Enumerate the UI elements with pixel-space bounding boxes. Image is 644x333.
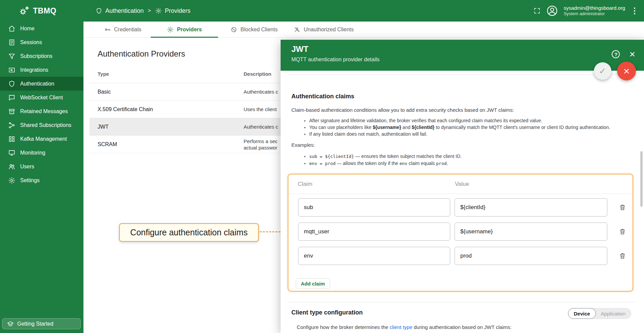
home-icon [8, 25, 15, 32]
breadcrumb-authentication[interactable]: Authentication [96, 7, 144, 14]
provider-type: SCRAM [90, 141, 244, 147]
school-icon [7, 321, 14, 327]
sidebar-item-sessions[interactable]: Sessions [0, 35, 83, 49]
claim-value-input[interactable] [455, 223, 607, 241]
provider-description-line: Performs a sec [244, 138, 281, 144]
sidebar-item-home[interactable]: Home [0, 22, 83, 35]
sidebar-item-shared-subscriptions[interactable]: Shared Subscriptions [0, 118, 83, 132]
provider-description: Uses the client [244, 106, 281, 112]
fullscreen-icon [533, 7, 541, 14]
add-claim-button[interactable]: Add claim [296, 278, 330, 289]
sidebar-item-retained-messages[interactable]: Retained Messages [0, 104, 83, 118]
shield-icon [8, 80, 15, 88]
shield-icon [96, 7, 102, 14]
user-info: sysadmin@thingsboard.org System administ… [564, 5, 625, 17]
sidebar-item-label: Subscriptions [20, 53, 52, 59]
claims-bullet: If any listed claim does not match, auth… [309, 131, 610, 137]
example-item: env = prod — allows the token only if th… [309, 160, 462, 167]
sidebar-item-users[interactable]: Users [0, 160, 83, 173]
claims-table-panel: Claim Value [288, 174, 633, 292]
claims-intro-text: Claim-based authentication conditions al… [291, 107, 514, 113]
toggle-option-device[interactable]: Device [568, 308, 596, 319]
tab-credentials[interactable]: Credentials [95, 22, 151, 37]
share-icon [8, 122, 15, 129]
delete-claim-button[interactable] [616, 249, 629, 263]
examples-list: sub = ${clientId} — ensures the token su… [302, 153, 462, 167]
sidebar-nav: Home Sessions Subscriptions Integrations… [0, 22, 83, 187]
claim-name-input[interactable] [298, 198, 450, 217]
delete-claim-button[interactable] [616, 201, 629, 214]
check-icon: ✓ [599, 66, 606, 76]
drawer-scrollbar-thumb[interactable] [640, 151, 643, 207]
claim-name-input[interactable] [298, 247, 450, 265]
claims-bullet: After signature and lifetime validation,… [309, 117, 610, 124]
page-title: Authentication Providers [98, 49, 185, 59]
trash-icon [619, 204, 626, 211]
top-header: Authentication > Providers sysadmin@thin… [83, 0, 644, 22]
table-row-x509[interactable]: X.509 Certificate Chain Uses the client [90, 101, 281, 118]
sidebar-item-websocket-client[interactable]: WebSocket Client [0, 91, 83, 104]
provider-type: X.509 Certificate Chain [90, 106, 244, 112]
value-column-header: Value [455, 181, 469, 188]
chat-icon [8, 94, 15, 101]
archive-icon [8, 108, 15, 115]
discard-fab[interactable]: × [617, 62, 636, 80]
tbmq-logo[interactable]: TBMQ [0, 0, 83, 22]
column-header-type: Type [90, 71, 244, 77]
claim-row [298, 223, 629, 241]
close-drawer-button[interactable]: × [629, 49, 635, 59]
callout-text: Configure authentication claims [130, 228, 248, 237]
client-type-link[interactable]: client type [390, 324, 413, 330]
fullscreen-button[interactable] [533, 7, 541, 14]
tab-blocked-clients[interactable]: Blocked Clients [218, 22, 290, 37]
sidebar-item-settings[interactable]: Settings [0, 173, 83, 187]
callout-configure-claims: Configure authentication claims [119, 223, 259, 242]
table-row-scram[interactable]: SCRAM Performs a sec actual passwor [90, 136, 281, 153]
sidebar-item-label: Kafka Management [20, 136, 67, 142]
topbar-actions: sysadmin@thingsboard.org System administ… [533, 5, 639, 17]
table-row-jwt[interactable]: JWT Authenticates c [90, 118, 281, 136]
tab-providers[interactable]: Providers [151, 22, 218, 37]
provider-type: JWT [90, 124, 244, 130]
tabs-bar: Credentials Providers Blocked Clients Un… [83, 22, 644, 38]
column-header-description: Description [244, 71, 281, 77]
table-row-basic[interactable]: Basic Authenticates c [90, 83, 281, 101]
getting-started-button[interactable]: Getting Started [2, 318, 81, 329]
breadcrumb-label: Providers [165, 7, 190, 14]
gear-icon [8, 177, 15, 184]
jwt-details-drawer: JWT MQTT authentication provider details… [281, 40, 644, 333]
account-icon[interactable] [546, 5, 558, 17]
breadcrumb-providers[interactable]: Providers [155, 7, 190, 14]
filter-icon [8, 53, 15, 60]
save-fab[interactable]: ✓ [594, 62, 611, 80]
sidebar-item-subscriptions[interactable]: Subscriptions [0, 49, 83, 63]
sidebar-item-monitoring[interactable]: Monitoring [0, 146, 83, 160]
sidebar-item-authentication[interactable]: Authentication [0, 77, 83, 91]
app-title: TBMQ [33, 6, 57, 15]
toggle-option-application[interactable]: Application [596, 308, 631, 319]
delete-claim-button[interactable] [616, 225, 629, 238]
examples-label: Examples: [291, 142, 315, 148]
form-top-divider [287, 74, 635, 75]
claims-section-heading: Authentication claims [291, 93, 354, 100]
tab-label: Unauthorized Clients [304, 27, 354, 33]
claim-name-input[interactable] [298, 223, 450, 241]
help-button[interactable]: ? [612, 50, 620, 58]
drawer-header-actions: ? × [612, 44, 635, 64]
grid-icon [8, 135, 15, 143]
claims-table-header: Claim Value [288, 174, 633, 194]
client-type-text: Configure how the broker determines the … [297, 324, 511, 330]
sessions-icon [8, 39, 15, 46]
provider-description: Authenticates c [244, 124, 281, 130]
sidebar-item-integrations[interactable]: Integrations [0, 63, 83, 77]
tab-unauthorized-clients[interactable]: Unauthorized Clients [290, 22, 357, 37]
monitor-icon [8, 149, 15, 157]
sidebar-item-label: WebSocket Client [20, 95, 63, 101]
more-menu-button[interactable]: ⋮ [631, 7, 639, 15]
claim-row [298, 247, 629, 265]
claim-value-input[interactable] [455, 198, 607, 217]
example-item: sub = ${clientId} — ensures the token su… [309, 153, 462, 160]
help-icon: ? [612, 50, 620, 58]
sidebar-item-kafka-management[interactable]: Kafka Management [0, 132, 83, 146]
claim-value-input[interactable] [455, 247, 607, 265]
